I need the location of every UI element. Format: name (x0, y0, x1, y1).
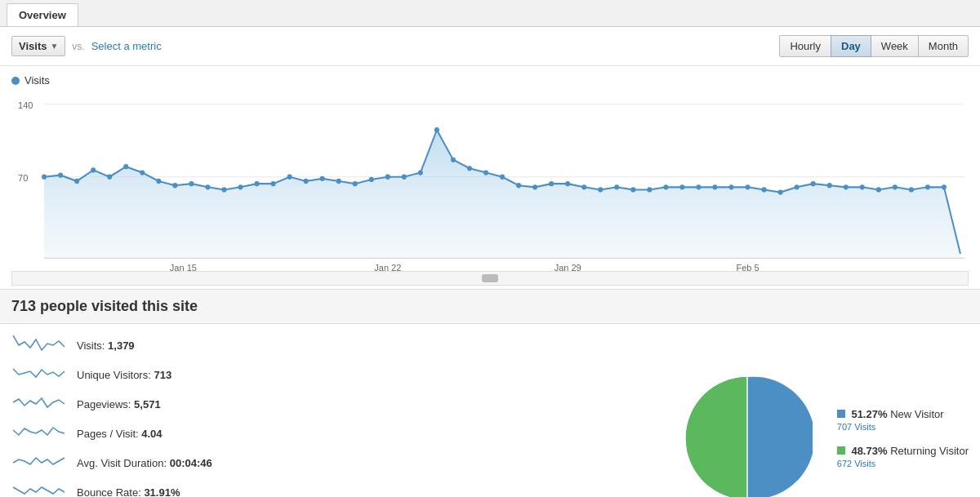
svg-point-63 (925, 184, 930, 189)
svg-point-43 (598, 187, 603, 192)
svg-point-31 (402, 175, 407, 180)
svg-point-42 (581, 184, 586, 189)
dropdown-arrow-icon: ▼ (50, 42, 58, 51)
svg-text:Jan 22: Jan 22 (374, 263, 401, 271)
chart-container: 140 70 Jan 15 Jan 22 Jan 29 Feb 5 (11, 91, 969, 271)
svg-point-34 (451, 158, 456, 162)
new-visitor-visits: 707 Visits (837, 422, 969, 432)
stat-row: Pageviews: 5,571 (11, 394, 666, 414)
svg-point-60 (876, 187, 881, 192)
new-visitor-legend: 51.27% New Visitor 707 Visits (837, 408, 969, 432)
svg-point-17 (172, 183, 177, 188)
svg-point-49 (696, 184, 701, 189)
svg-point-61 (893, 184, 898, 189)
svg-point-12 (91, 167, 96, 172)
chart-legend-label: Visits (24, 74, 50, 87)
svg-point-51 (728, 184, 733, 189)
svg-point-57 (827, 183, 832, 188)
sparkline-icon (11, 335, 69, 355)
svg-point-47 (663, 184, 668, 189)
legend-dot (11, 77, 20, 85)
stat-row: Pages / Visit: 4.04 (11, 424, 666, 443)
svg-point-32 (418, 170, 423, 175)
svg-point-44 (614, 184, 619, 189)
toolbar-left: Visits ▼ vs. Select a metric (11, 36, 162, 56)
visits-dropdown[interactable]: Visits ▼ (11, 36, 65, 56)
stat-row: Avg. Visit Duration: 00:04:46 (11, 453, 666, 473)
visits-label: Visits (19, 40, 47, 52)
time-button-group: Hourly Day Week Month (780, 35, 969, 57)
sparkline-icon (11, 365, 69, 384)
time-btn-month[interactable]: Month (918, 35, 969, 57)
stat-label: Avg. Visit Duration: 00:04:46 (77, 457, 212, 469)
svg-point-62 (909, 187, 914, 192)
svg-point-11 (74, 179, 79, 184)
svg-point-26 (320, 176, 325, 181)
time-btn-day[interactable]: Day (831, 35, 871, 57)
svg-point-10 (58, 173, 63, 178)
svg-point-40 (549, 181, 554, 186)
stat-row: Bounce Rate: 31.91% (11, 482, 666, 497)
svg-point-64 (942, 184, 947, 189)
toolbar: Visits ▼ vs. Select a metric Hourly Day … (0, 27, 980, 66)
stat-label: Pages / Visit: 4.04 (77, 428, 163, 440)
svg-point-58 (844, 184, 849, 189)
svg-point-19 (205, 184, 210, 189)
svg-point-14 (123, 164, 128, 169)
svg-point-21 (238, 184, 243, 189)
svg-point-50 (712, 184, 717, 189)
sparkline-icon (11, 453, 69, 473)
scrollbar-thumb[interactable] (482, 274, 498, 282)
new-visitor-color (837, 410, 845, 418)
chart-scrollbar[interactable] (11, 271, 969, 286)
sparkline-icon (11, 424, 69, 443)
svg-point-53 (762, 187, 767, 192)
stat-row: Unique Visitors: 713 (11, 365, 666, 384)
svg-point-33 (434, 127, 439, 132)
chart-legend: Visits (11, 74, 969, 87)
svg-point-37 (500, 175, 505, 180)
svg-point-15 (140, 170, 145, 175)
svg-point-25 (304, 179, 309, 184)
select-metric-link[interactable]: Select a metric (91, 40, 162, 52)
svg-point-22 (255, 181, 260, 186)
svg-point-29 (369, 177, 374, 182)
stats-section: Visits: 1,379Unique Visitors: 713Pagevie… (0, 324, 980, 497)
svg-text:Jan 29: Jan 29 (555, 263, 581, 271)
svg-point-30 (385, 175, 390, 180)
returning-visitor-visits: 672 Visits (837, 459, 969, 468)
svg-point-54 (778, 189, 783, 194)
svg-point-27 (336, 179, 341, 184)
stat-label: Visits: 1,379 (77, 339, 135, 352)
svg-text:70: 70 (18, 173, 28, 183)
main-chart-svg: 140 70 Jan 15 Jan 22 Jan 29 Feb 5 (11, 91, 969, 271)
time-btn-week[interactable]: Week (871, 35, 919, 57)
returning-visitor-label: Returning Visitor (890, 445, 969, 457)
svg-point-23 (271, 181, 276, 186)
svg-point-35 (467, 166, 472, 171)
stats-list: Visits: 1,379Unique Visitors: 713Pagevie… (11, 335, 666, 497)
svg-point-13 (107, 175, 112, 180)
summary-headline: 713 people visited this site (11, 298, 969, 315)
svg-point-55 (795, 184, 800, 189)
returning-visitor-color (837, 446, 845, 455)
overview-tab[interactable]: Overview (7, 3, 78, 26)
stat-row: Visits: 1,379 (11, 335, 666, 355)
svg-point-46 (647, 187, 652, 192)
time-btn-hourly[interactable]: Hourly (779, 35, 831, 57)
new-visitor-pct: 51.27% (851, 408, 887, 420)
stat-label: Pageviews: 5,571 (77, 398, 161, 410)
sparkline-icon (11, 482, 69, 497)
svg-text:Feb 5: Feb 5 (736, 263, 759, 271)
vs-label: vs. (72, 41, 84, 52)
svg-point-48 (679, 184, 684, 189)
svg-point-41 (565, 181, 570, 186)
svg-point-38 (516, 183, 521, 188)
svg-point-18 (189, 181, 194, 186)
pie-section: 51.27% New Visitor 707 Visits 48.73% Ret… (682, 335, 969, 497)
svg-point-9 (42, 175, 47, 180)
stat-label: Bounce Rate: 31.91% (77, 486, 180, 498)
svg-point-52 (746, 184, 751, 189)
svg-text:Jan 15: Jan 15 (170, 263, 197, 271)
svg-point-39 (532, 184, 537, 189)
